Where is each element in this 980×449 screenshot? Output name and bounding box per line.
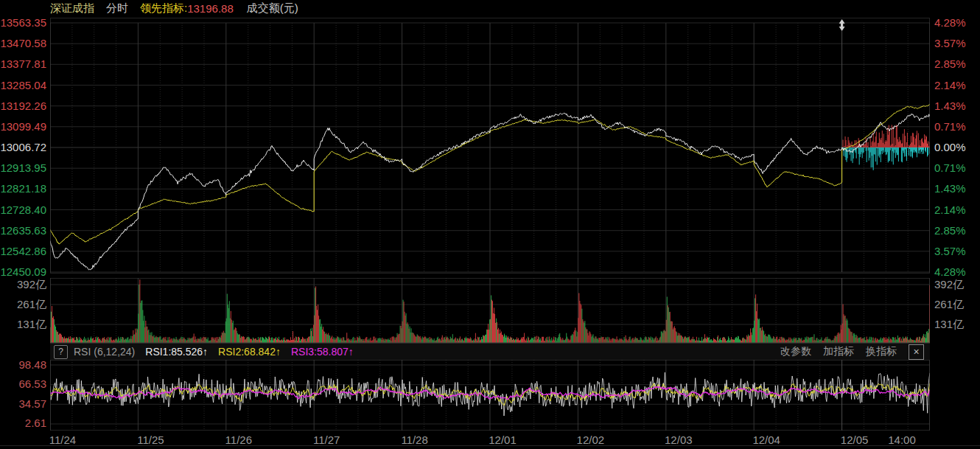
price-chart-canvas[interactable] (50, 18, 930, 274)
date-label: 11/27 (313, 434, 340, 446)
axis-rsi-left-label: 98.48 (0, 358, 46, 372)
axis-pct-right-label: 4.28% (934, 16, 966, 29)
axis-pct-right-label: 4.28% (934, 265, 966, 279)
axis-vol-left-label: 392亿 (0, 278, 46, 291)
date-label: 11/25 (137, 434, 164, 446)
axis-price-left-label: 12450.09 (0, 265, 46, 279)
axis-price-left-label: 12821.18 (0, 182, 46, 195)
drag-handle-icon[interactable] (839, 19, 845, 31)
date-label: 12/04 (752, 434, 780, 446)
date-label: 11/26 (225, 434, 252, 446)
axis-price-left-label: 13099.49 (0, 120, 46, 133)
chart-header: 深证成指 分时 领先指标: 13196.88 成交额(元) (0, 0, 980, 16)
date-label: 11/24 (49, 434, 76, 446)
axis-vol-right-label: 261亿 (934, 298, 964, 311)
date-label: 12/03 (665, 434, 693, 446)
axis-pct-right-label: 3.57% (934, 245, 966, 258)
axis-price-left-label: 13006.72 (0, 141, 46, 154)
turnover-label: 成交额(元) (247, 1, 298, 15)
date-label: 12/05 (841, 434, 869, 446)
stock-chart-app: 深证成指 分时 领先指标: 13196.88 成交额(元) 13563.3513… (0, 0, 980, 449)
date-label: 12/02 (577, 434, 605, 446)
rsi2-value: RSI2:68.842↑ (218, 346, 281, 358)
axis-pct-right-label: 0.00% (934, 141, 966, 154)
axis-price-left-label: 12913.95 (0, 161, 46, 175)
close-icon[interactable]: × (909, 344, 924, 360)
axis-rsi-left-label: 34.57 (0, 397, 46, 411)
axis-pct-right-label: 2.85% (934, 58, 966, 71)
axis-pct-right-label: 2.14% (934, 79, 966, 92)
add-indicator-button[interactable]: 加指标 (823, 345, 854, 358)
change-params-button[interactable]: 改参数 (780, 345, 811, 358)
date-label: 11/28 (401, 434, 427, 446)
help-icon[interactable]: ? (54, 345, 68, 359)
axis-vol-right-label: 392亿 (934, 278, 964, 291)
axis-price-left-label: 12635.63 (0, 224, 46, 237)
date-label: 14:00 (888, 434, 916, 446)
rsi-toolbar: ? RSI (6,12,24) RSI1:85.526↑ RSI2:68.842… (50, 343, 930, 360)
axis-rsi-left-label: 2.61 (0, 417, 46, 430)
rsi-indicator-name: RSI (6,12,24) (74, 346, 135, 358)
axis-pct-right-label: 1.43% (934, 182, 966, 195)
tab-intraday[interactable]: 分时 (106, 1, 128, 15)
leading-indicator-value: 13196.88 (187, 2, 234, 15)
volume-chart-canvas[interactable] (50, 278, 930, 343)
axis-pct-right-label: 0.71% (934, 161, 966, 175)
axis-price-left-label: 13377.81 (0, 58, 46, 71)
rsi3-value: RSI3:58.807↑ (291, 346, 354, 358)
axis-price-left-label: 13563.35 (0, 16, 46, 29)
axis-pct-right-label: 2.14% (934, 203, 966, 217)
axis-pct-right-label: 0.71% (934, 120, 966, 133)
axis-vol-left-label: 261亿 (0, 298, 46, 311)
axis-price-left-label: 13470.58 (0, 37, 46, 50)
axis-vol-left-label: 131亿 (0, 318, 46, 331)
index-name: 深证成指 (50, 1, 94, 15)
bottom-divider (0, 445, 980, 446)
axis-price-left-label: 12728.40 (0, 203, 46, 217)
switch-indicator-button[interactable]: 换指标 (866, 345, 897, 358)
axis-pct-right-label: 3.57% (934, 37, 966, 50)
axis-vol-right-label: 131亿 (934, 318, 964, 331)
rsi1-value: RSI1:85.526↑ (145, 346, 208, 358)
date-label: 12/01 (489, 434, 517, 446)
leading-indicator-label: 领先指标: (140, 1, 187, 15)
axis-price-left-label: 12542.86 (0, 245, 46, 258)
axis-pct-right-label: 1.43% (934, 100, 966, 113)
rsi-chart-canvas[interactable] (50, 360, 930, 431)
axis-price-left-label: 13285.04 (0, 79, 46, 92)
axis-rsi-left-label: 66.53 (0, 377, 46, 391)
axis-price-left-label: 13192.26 (0, 100, 46, 113)
axis-pct-right-label: 2.85% (934, 224, 966, 237)
